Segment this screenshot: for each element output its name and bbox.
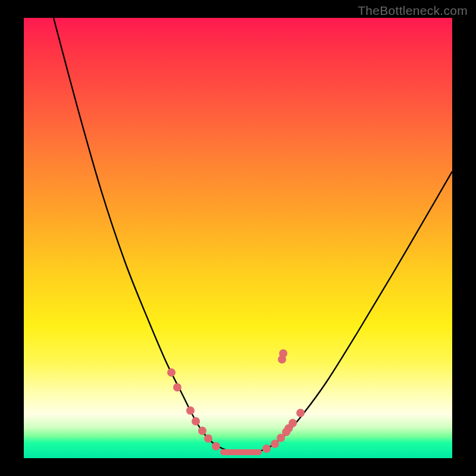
curve-marker [186, 406, 195, 415]
curve-marker [289, 419, 297, 427]
chart-frame: TheBottleneck.com [0, 0, 476, 476]
curve-marker [212, 442, 220, 450]
curve-markers [167, 349, 305, 453]
curve-marker [262, 444, 271, 453]
curve-marker [192, 417, 200, 425]
curve-marker [167, 368, 176, 377]
curve-marker [173, 383, 181, 392]
plot-area [24, 18, 452, 458]
curve-svg [24, 18, 452, 458]
curve-line [54, 18, 452, 452]
curve-marker [279, 349, 287, 358]
curve-marker [296, 409, 305, 417]
watermark-text: TheBottleneck.com [358, 4, 468, 18]
curve-marker [204, 434, 212, 443]
curve-marker [198, 427, 206, 435]
curve-marker [271, 440, 279, 448]
